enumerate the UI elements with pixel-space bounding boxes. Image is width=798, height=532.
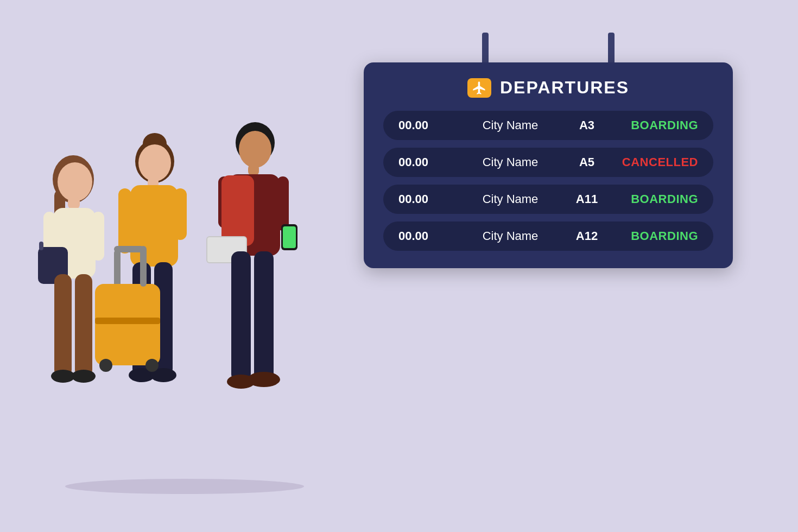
- travelers-illustration: [22, 76, 369, 499]
- flight-time-1: 00.00: [398, 155, 453, 169]
- board-hanger-right: [608, 33, 615, 62]
- svg-rect-20: [174, 188, 187, 240]
- flight-row-0: 00.00 City Name A3 BOARDING: [383, 111, 713, 140]
- svg-rect-5: [92, 212, 104, 261]
- svg-rect-41: [283, 226, 296, 248]
- svg-point-15: [138, 144, 171, 181]
- plane-icon-box: [467, 78, 491, 98]
- svg-point-11: [51, 370, 75, 383]
- svg-rect-8: [39, 242, 43, 250]
- board-title: DEPARTURES: [500, 78, 629, 98]
- svg-rect-44: [231, 251, 251, 382]
- svg-rect-31: [140, 246, 147, 287]
- svg-rect-19: [118, 188, 131, 254]
- svg-point-28: [99, 359, 112, 372]
- svg-rect-45: [254, 251, 274, 382]
- flight-status-0: BOARDING: [606, 118, 698, 132]
- flight-gate-2: A11: [568, 192, 606, 206]
- flight-row-1: 00.00 City Name A5 CANCELLED: [383, 148, 713, 177]
- flight-gate-3: A12: [568, 229, 606, 243]
- flight-city-0: City Name: [453, 118, 568, 132]
- flight-city-1: City Name: [453, 155, 568, 169]
- svg-rect-34: [248, 164, 259, 175]
- flight-time-2: 00.00: [398, 192, 453, 206]
- departures-board: DEPARTURES 00.00 City Name A3 BOARDING 0…: [364, 33, 733, 268]
- woman2-figure: [103, 128, 212, 486]
- flight-gate-0: A3: [568, 118, 606, 132]
- board-hangers: [482, 33, 615, 62]
- svg-rect-18: [130, 185, 178, 267]
- svg-rect-10: [75, 274, 92, 377]
- svg-rect-37: [277, 176, 289, 231]
- flight-status-1: CANCELLED: [606, 155, 698, 169]
- ground-shadow: [65, 479, 304, 494]
- flight-status-3: BOARDING: [606, 229, 698, 243]
- flight-time-3: 00.00: [398, 229, 453, 243]
- svg-rect-3: [68, 197, 80, 209]
- flight-city-3: City Name: [453, 229, 568, 243]
- svg-point-29: [145, 359, 159, 372]
- flight-row-3: 00.00 City Name A12 BOARDING: [383, 221, 713, 251]
- svg-rect-30: [114, 246, 144, 252]
- svg-rect-26: [95, 284, 160, 365]
- svg-point-33: [239, 131, 271, 168]
- svg-rect-25: [114, 250, 121, 288]
- flight-rows: 00.00 City Name A3 BOARDING 00.00 City N…: [383, 111, 713, 251]
- svg-point-12: [72, 370, 96, 383]
- man-figure: [201, 117, 326, 486]
- svg-point-2: [58, 162, 92, 201]
- board-hanger-left: [482, 33, 489, 62]
- flight-board: DEPARTURES 00.00 City Name A3 BOARDING 0…: [364, 62, 733, 268]
- svg-rect-27: [95, 318, 160, 324]
- flight-row-2: 00.00 City Name A11 BOARDING: [383, 185, 713, 214]
- svg-point-47: [227, 375, 255, 389]
- svg-rect-9: [54, 274, 72, 377]
- flight-gate-1: A5: [568, 155, 606, 169]
- plane-icon: [472, 80, 487, 96]
- flight-status-2: BOARDING: [606, 192, 698, 206]
- svg-rect-39: [221, 175, 254, 246]
- flight-city-2: City Name: [453, 192, 568, 206]
- flight-time-0: 00.00: [398, 118, 453, 132]
- board-header: DEPARTURES: [383, 78, 713, 98]
